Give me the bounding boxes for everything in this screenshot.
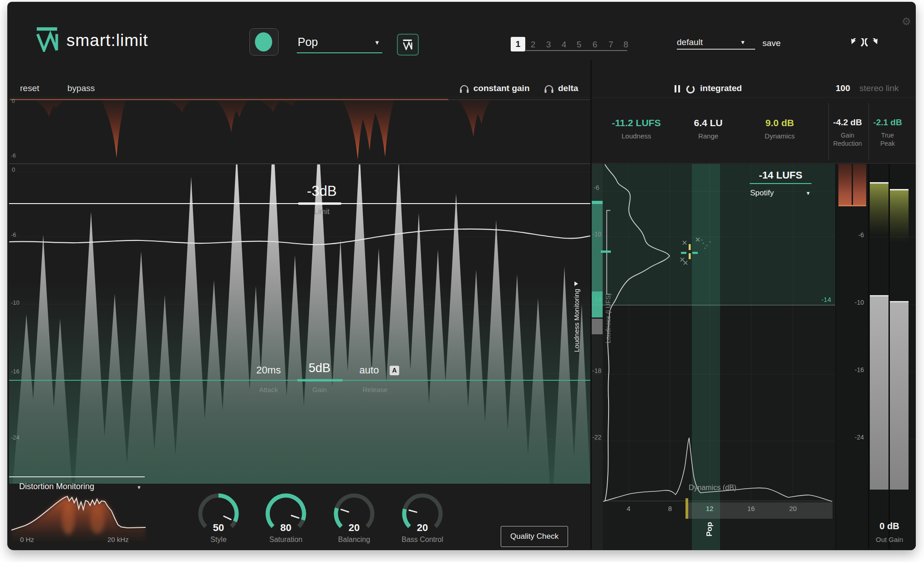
preset-slot-4[interactable]: 4 [559, 40, 569, 50]
map-y-label-10: -10 [592, 230, 601, 238]
preset-slot-1-active[interactable]: 1 [511, 37, 525, 51]
metrics-bottom-divider [592, 163, 916, 163]
meter-scale-16: -16 [847, 366, 864, 373]
gr-scale-top: 0 [12, 98, 15, 105]
undo-icon[interactable] [848, 38, 864, 54]
bypass-button[interactable]: bypass [67, 83, 95, 93]
distortion-spectrum-display [10, 495, 147, 542]
integrated-loudness-tick [601, 250, 611, 253]
preset-slot-5[interactable]: 5 [574, 40, 584, 50]
genre-dropdown[interactable]: Pop ▼ [297, 36, 383, 54]
out-meter-right-level [890, 301, 909, 490]
preset-slot-6[interactable]: 6 [590, 40, 599, 50]
chevron-down-icon: ▼ [374, 40, 380, 46]
target-loudness-value[interactable]: -14 LUFS [750, 169, 812, 181]
distortion-monitoring-dropdown[interactable]: Distortion Monitoring [19, 482, 94, 491]
freq-min-label: 0 Hz [20, 536, 34, 543]
metrics-divider [828, 103, 829, 160]
preset-slot-8[interactable]: 8 [621, 40, 630, 50]
page-title: smart:limit [66, 31, 148, 51]
map-x-label-12: 12 [703, 505, 716, 512]
map-x-axis-title: Dynamics (dB) [689, 484, 736, 492]
constant-gain-toggle[interactable]: constant gain [473, 83, 530, 93]
loudness-metric-label: Loudness [605, 132, 667, 140]
map-y-axis-title: Loudness (LUFS) [604, 293, 612, 343]
integrated-mode-label[interactable]: integrated [700, 83, 742, 93]
gr-strip-divider [9, 163, 590, 164]
gain-handle[interactable] [297, 379, 343, 382]
sonible-profile-button[interactable] [397, 34, 419, 56]
chevron-down-icon: ▼ [740, 40, 746, 46]
out-meter-right-peak [890, 189, 909, 190]
bass-control-knob[interactable]: 20 Bass Control [400, 491, 445, 550]
panel-divider-vertical [590, 60, 592, 549]
release-value[interactable]: auto [349, 364, 390, 376]
gear-icon[interactable]: ⚙ [902, 15, 911, 27]
balancing-knob[interactable]: 20 Balancing [331, 491, 377, 550]
gain-reduction-history-display [9, 97, 590, 164]
loudness-metric-value: -11.2 LUFS [605, 118, 667, 128]
record-dot-icon [255, 32, 272, 51]
meter-scale-6: -6 [847, 231, 864, 239]
headphones-icon [543, 84, 554, 93]
saturation-label: Saturation [263, 536, 309, 544]
attack-label: Attack [246, 386, 291, 393]
gr-scale-bottom: -6 [11, 153, 16, 159]
screenshot-stage: smart:limit Pop ▼ 1 2 3 4 5 6 7 8 defaul… [0, 0, 924, 562]
bass-control-value: 20 [400, 522, 445, 533]
map-x-label-8: 8 [663, 505, 677, 512]
stereo-link-value[interactable]: 100 [836, 83, 850, 93]
loudness-monitoring-panel-toggle[interactable]: Loudness Monitoring [573, 289, 580, 352]
wave-scale-10: -10 [11, 300, 20, 307]
platform-dropdown[interactable]: Spotify [750, 189, 774, 198]
out-gain-value[interactable]: 0 dB [867, 521, 912, 531]
preset-slot-7[interactable]: 7 [606, 40, 615, 50]
bass-control-label: Bass Control [400, 536, 445, 544]
map-y-label-14: -14 [592, 296, 601, 303]
chevron-down-icon[interactable]: ▼ [137, 485, 142, 490]
preset-underline [525, 50, 627, 51]
release-auto-badge[interactable]: A [390, 366, 399, 375]
style-knob[interactable]: 50 Style [196, 491, 241, 550]
release-label: Release [349, 386, 401, 393]
meter-scale-10: -10 [847, 299, 864, 306]
preset-name-value: default [677, 37, 703, 47]
limit-handle[interactable] [298, 203, 341, 205]
redo-icon[interactable] [865, 38, 880, 54]
reset-button[interactable]: reset [20, 83, 39, 93]
preset-name-underline [677, 49, 755, 50]
save-button[interactable]: save [762, 38, 781, 48]
record-button[interactable] [249, 28, 279, 56]
wave-scale-6: -6 [11, 232, 16, 239]
gain-reduction-metric-label: Gain Reduction [829, 131, 866, 148]
preset-slot-2[interactable]: 2 [528, 40, 538, 50]
integrated-loop-icon[interactable] [685, 84, 696, 94]
quality-check-button[interactable]: Quality Check [501, 526, 568, 547]
saturation-knob[interactable]: 80 Saturation [263, 491, 309, 550]
chevron-down-icon[interactable]: ▼ [806, 190, 811, 196]
freq-max-label: 20 kHz [107, 536, 129, 543]
dynamics-metric-value: 9.0 dB [750, 118, 809, 128]
wave-scale-0: 0 [12, 167, 15, 174]
preset-slot-3[interactable]: 3 [544, 40, 553, 50]
gain-value[interactable]: 5dB [296, 361, 343, 375]
wave-scale-24: -24 [11, 434, 20, 441]
out-meter-left-peak [870, 182, 888, 184]
target-underline [750, 183, 812, 184]
pause-icon[interactable] [675, 85, 681, 92]
out-gain-label: Out Gain [867, 536, 912, 543]
gain-reduction-metric-value: -4.2 dB [825, 118, 870, 128]
attack-value[interactable]: 20ms [246, 364, 291, 376]
genre-value: Pop [298, 36, 318, 49]
dynamics-metric-label: Dynamics [750, 132, 809, 140]
delta-toggle[interactable]: delta [558, 83, 578, 93]
headphones-icon [459, 84, 470, 93]
balancing-value: 20 [331, 522, 377, 533]
stereo-link-label: stereo link [859, 83, 899, 93]
metrics-divider [868, 103, 869, 160]
sonible-mark-icon [402, 39, 414, 50]
genre-underline [297, 52, 382, 53]
preset-name-dropdown[interactable]: default ▼ [677, 37, 755, 51]
limit-value[interactable]: -3dB [283, 183, 360, 199]
map-x-label-20: 20 [786, 505, 800, 512]
